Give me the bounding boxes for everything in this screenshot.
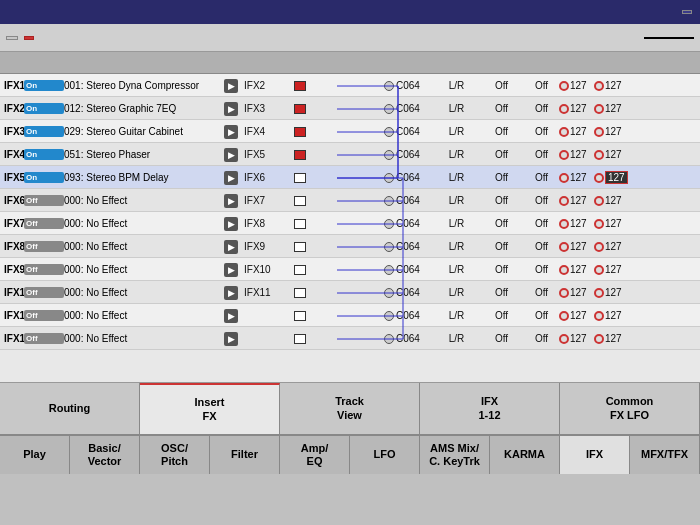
table-row[interactable]: IFX5 On 093: Stereo BPM Delay ▶ IFX6 C06… [0, 166, 700, 189]
footer-tab-ifx[interactable]: IFX [560, 436, 630, 474]
ifx-rec-bus[interactable]: Off [479, 218, 524, 229]
ifx-rec-bus[interactable]: Off [479, 80, 524, 91]
table-row[interactable]: IFX1 On 001: Stereo Dyna Compressor ▶ IF… [0, 74, 700, 97]
ifx-bus-sel[interactable]: L/R [434, 172, 479, 183]
ifx-pan[interactable]: C064 [384, 310, 434, 321]
ifx-on-badge[interactable]: Off [24, 310, 64, 321]
ifx-ctrl-bus[interactable]: Off [524, 126, 559, 137]
ifx-rec-bus[interactable]: Off [479, 103, 524, 114]
ifx-arrow-btn[interactable]: ▶ [224, 332, 238, 346]
ifx-rec-bus[interactable]: Off [479, 149, 524, 160]
ifx-send2[interactable]: 127 [594, 333, 629, 344]
footer-tab-filter[interactable]: Filter [210, 436, 280, 474]
ifx-bus-sel[interactable]: L/R [434, 333, 479, 344]
ifx-pan[interactable]: C064 [384, 333, 434, 344]
table-row[interactable]: IFX3 On 029: Stereo Guitar Cabinet ▶ IFX… [0, 120, 700, 143]
ifx-arrow-btn[interactable]: ▶ [224, 263, 238, 277]
bottom-tab-ifx_1_12[interactable]: IFX 1-12 [420, 383, 560, 434]
ifx-on-badge[interactable]: Off [24, 241, 64, 252]
ifx-ctrl-bus[interactable]: Off [524, 310, 559, 321]
footer-tab-amp_eq[interactable]: Amp/ EQ [280, 436, 350, 474]
table-row[interactable]: IFX6 Off 000: No Effect ▶ IFX7 C064 L/R … [0, 189, 700, 212]
ifx-send1[interactable]: 127 [559, 218, 594, 229]
ifx-pan[interactable]: C064 [384, 126, 434, 137]
ifx-ctrl-bus[interactable]: Off [524, 264, 559, 275]
ifx-send1[interactable]: 127 [559, 172, 594, 183]
ifx-on-badge[interactable]: On [24, 126, 64, 137]
ifx-send1[interactable]: 127 [559, 149, 594, 160]
table-row[interactable]: IFX10 Off 000: No Effect ▶ IFX11 C064 L/… [0, 281, 700, 304]
ifx-ctrl-bus[interactable]: Off [524, 103, 559, 114]
footer-tab-mfx_tfx[interactable]: MFX/TFX [630, 436, 700, 474]
table-row[interactable]: IFX12 Off 000: No Effect ▶ C064 L/R Off … [0, 327, 700, 350]
ifx-arrow-btn[interactable]: ▶ [224, 125, 238, 139]
ifx-arrow-btn[interactable]: ▶ [224, 309, 238, 323]
footer-tab-osc_pitch[interactable]: OSC/ Pitch [140, 436, 210, 474]
ifx-send1[interactable]: 127 [559, 126, 594, 137]
ifx-bus-sel[interactable]: L/R [434, 149, 479, 160]
ifx-ctrl-bus[interactable]: Off [524, 80, 559, 91]
ifx-send2[interactable]: 127 [594, 287, 629, 298]
ifx-on-badge[interactable]: On [24, 149, 64, 160]
footer-tab-lfo[interactable]: LFO [350, 436, 420, 474]
ifx-on-badge[interactable]: Off [24, 195, 64, 206]
ifx-bus-sel[interactable]: L/R [434, 264, 479, 275]
ifx-on-badge[interactable]: Off [24, 218, 64, 229]
ifx-send1[interactable]: 127 [559, 264, 594, 275]
footer-tab-basic_vector[interactable]: Basic/ Vector [70, 436, 140, 474]
ifx-pan[interactable]: C064 [384, 195, 434, 206]
ifx-arrow-btn[interactable]: ▶ [224, 79, 238, 93]
ifx-bus-sel[interactable]: L/R [434, 310, 479, 321]
ifx-ctrl-bus[interactable]: Off [524, 195, 559, 206]
ifx-send2[interactable]: 127 [594, 218, 629, 229]
bottom-tab-insert_fx[interactable]: Insert FX [140, 383, 280, 434]
ifx-send2[interactable]: 127 [594, 171, 629, 184]
ifx-arrow-btn[interactable]: ▶ [224, 148, 238, 162]
ifx-ctrl-bus[interactable]: Off [524, 241, 559, 252]
ifx-rec-bus[interactable]: Off [479, 172, 524, 183]
ifx-rec-bus[interactable]: Off [479, 333, 524, 344]
ifx-on-badge[interactable]: On [24, 103, 64, 114]
ifx-rec-bus[interactable]: Off [479, 126, 524, 137]
table-row[interactable]: IFX8 Off 000: No Effect ▶ IFX9 C064 L/R … [0, 235, 700, 258]
footer-tab-karma[interactable]: KARMA [490, 436, 560, 474]
ifx-bus-sel[interactable]: L/R [434, 218, 479, 229]
ifx-rec-bus[interactable]: Off [479, 287, 524, 298]
ifx-pan[interactable]: C064 [384, 103, 434, 114]
ifx-bus-sel[interactable]: L/R [434, 103, 479, 114]
ifx-pan[interactable]: C064 [384, 287, 434, 298]
table-row[interactable]: IFX11 Off 000: No Effect ▶ C064 L/R Off … [0, 304, 700, 327]
ifx-rec-bus[interactable]: Off [479, 264, 524, 275]
fx-dropdown[interactable] [682, 10, 692, 14]
bottom-tab-track_view[interactable]: Track View [280, 383, 420, 434]
ifx-ctrl-bus[interactable]: Off [524, 333, 559, 344]
ifx-send1[interactable]: 127 [559, 195, 594, 206]
ifx-ctrl-bus[interactable]: Off [524, 218, 559, 229]
ifx-on-badge[interactable]: Off [24, 333, 64, 344]
ifx-bus-sel[interactable]: L/R [434, 241, 479, 252]
ifx-on-badge[interactable]: On [24, 80, 64, 91]
ifx-arrow-btn[interactable]: ▶ [224, 171, 238, 185]
ifx-rec-bus[interactable]: Off [479, 241, 524, 252]
ifx-send2[interactable]: 127 [594, 126, 629, 137]
ifx-pan[interactable]: C064 [384, 149, 434, 160]
ifx-pan[interactable]: C064 [384, 218, 434, 229]
ifx-bus-sel[interactable]: L/R [434, 195, 479, 206]
table-row[interactable]: IFX9 Off 000: No Effect ▶ IFX10 C064 L/R… [0, 258, 700, 281]
ifx-send2[interactable]: 127 [594, 241, 629, 252]
ifx-send2[interactable]: 127 [594, 195, 629, 206]
table-row[interactable]: IFX2 On 012: Stereo Graphic 7EQ ▶ IFX3 C… [0, 97, 700, 120]
table-row[interactable]: IFX7 Off 000: No Effect ▶ IFX8 C064 L/R … [0, 212, 700, 235]
ifx-arrow-btn[interactable]: ▶ [224, 102, 238, 116]
bottom-tab-routing[interactable]: Routing [0, 383, 140, 434]
ifx-arrow-btn[interactable]: ▶ [224, 217, 238, 231]
ifx-send1[interactable]: 127 [559, 310, 594, 321]
ifx-pan[interactable]: C064 [384, 80, 434, 91]
table-row[interactable]: IFX4 On 051: Stereo Phaser ▶ IFX5 C064 L… [0, 143, 700, 166]
ifx-send1[interactable]: 127 [559, 333, 594, 344]
ifx-bus-sel[interactable]: L/R [434, 287, 479, 298]
ifx-ctrl-bus[interactable]: Off [524, 287, 559, 298]
ifx-send2[interactable]: 127 [594, 149, 629, 160]
ifx-pan[interactable]: C064 [384, 241, 434, 252]
ifx-ctrl-bus[interactable]: Off [524, 172, 559, 183]
